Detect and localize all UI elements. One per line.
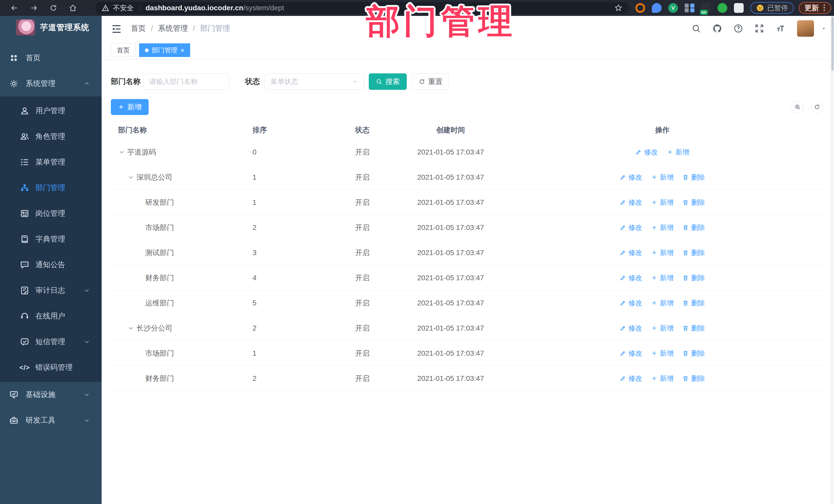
list-on-extension-icon[interactable]: on xyxy=(701,3,711,13)
user-avatar[interactable] xyxy=(797,20,814,37)
delete-link[interactable]: 删除 xyxy=(682,173,705,182)
reset-button[interactable]: 重置 xyxy=(412,73,448,90)
sidebar-item-dev-tools[interactable]: 研发工具 xyxy=(0,408,102,433)
dept-name-input[interactable] xyxy=(143,73,229,90)
help-icon[interactable] xyxy=(733,24,743,34)
home-icon[interactable] xyxy=(66,2,80,14)
sidebar-fold-icon[interactable] xyxy=(111,23,122,34)
edit-link[interactable]: 修改 xyxy=(620,223,642,232)
sidebar-item-org-tree[interactable]: 部门管理 xyxy=(0,175,102,201)
add-link[interactable]: 新增 xyxy=(651,223,674,232)
sidebar-item-code[interactable]: </>错误码管理 xyxy=(0,355,102,380)
avatar-caret-down-icon[interactable] xyxy=(821,25,827,31)
breadcrumb-item[interactable]: 首页 xyxy=(131,23,146,34)
github-icon[interactable] xyxy=(712,24,722,34)
page-scrollbar[interactable] xyxy=(831,16,834,504)
sidebar-item-user[interactable]: 用户管理 xyxy=(0,98,102,124)
sidebar-item-infrastructure[interactable]: 基础设施 xyxy=(0,382,102,408)
edit-link-label: 修改 xyxy=(629,198,642,207)
expand-caret-icon[interactable] xyxy=(127,325,134,332)
trash-icon xyxy=(682,275,689,281)
profile-paused-chip[interactable]: 已暂停 xyxy=(750,2,794,14)
edit-link[interactable]: 修改 xyxy=(620,349,642,358)
delete-link[interactable]: 删除 xyxy=(682,273,705,283)
edit-link[interactable]: 修改 xyxy=(620,173,642,182)
back-icon[interactable] xyxy=(7,2,22,14)
bookmark-star-icon[interactable] xyxy=(614,4,622,12)
status-cell: 开启 xyxy=(348,323,407,333)
expand-caret-icon[interactable] xyxy=(118,149,125,156)
add-link[interactable]: 新增 xyxy=(651,248,674,257)
delete-link[interactable]: 删除 xyxy=(682,223,705,232)
edit-link[interactable]: 修改 xyxy=(620,273,642,283)
fullscreen-icon[interactable] xyxy=(754,24,764,34)
sort-cell: 2 xyxy=(245,324,348,332)
green-magnifier-extension-icon[interactable] xyxy=(718,3,727,13)
delete-link[interactable]: 删除 xyxy=(682,349,705,358)
add-link[interactable]: 新增 xyxy=(651,173,674,182)
green-v-extension-icon[interactable]: V xyxy=(668,3,678,13)
address-bar[interactable]: 不安全 dashboard.yudao.iocoder.cn/system/de… xyxy=(95,2,629,14)
puzzle-extension-icon[interactable] xyxy=(734,3,744,13)
location-extension-icon[interactable] xyxy=(652,3,662,13)
sidebar-item-menu-list[interactable]: 菜单管理 xyxy=(0,149,102,175)
actions-cell: 修改新增删除 xyxy=(603,324,721,333)
sidebar-item-users[interactable]: 角色管理 xyxy=(0,124,102,149)
delete-link[interactable]: 删除 xyxy=(682,299,705,308)
orange-ring-extension-icon[interactable] xyxy=(635,3,645,13)
tab-close-icon[interactable]: × xyxy=(180,47,184,53)
edit-link[interactable]: 修改 xyxy=(620,299,642,308)
delete-link[interactable]: 删除 xyxy=(682,374,705,383)
search-icon xyxy=(376,78,382,85)
edit-link[interactable]: 修改 xyxy=(620,248,642,257)
add-button[interactable]: 新增 xyxy=(111,99,149,115)
add-link[interactable]: 新增 xyxy=(651,273,674,283)
sidebar-item-badge[interactable]: 岗位管理 xyxy=(0,201,102,226)
sidebar-item-book[interactable]: 字典管理 xyxy=(0,226,102,252)
refresh-button[interactable] xyxy=(811,101,823,113)
edit-link-label: 修改 xyxy=(629,248,642,257)
grid-extension-icon[interactable] xyxy=(685,3,695,13)
forward-icon[interactable] xyxy=(27,2,41,14)
add-link[interactable]: 新增 xyxy=(651,374,674,383)
sidebar-item-log[interactable]: 审计日志 xyxy=(0,278,102,303)
menu-kebab-icon[interactable] xyxy=(823,4,826,12)
user-icon xyxy=(20,106,30,116)
search-icon[interactable] xyxy=(691,24,701,34)
tab-部门管理[interactable]: 部门管理× xyxy=(139,43,190,57)
edit-link[interactable]: 修改 xyxy=(620,374,642,383)
extensions-strip: Von xyxy=(635,3,750,13)
reload-icon[interactable] xyxy=(46,2,61,14)
expand-caret-icon[interactable] xyxy=(127,174,134,181)
chrome-update-button[interactable]: 更新 xyxy=(799,2,831,14)
sidebar-item-online-users[interactable]: 在线用户 xyxy=(0,303,102,329)
search-button[interactable]: 搜索 xyxy=(369,73,407,90)
search-toggle-button[interactable] xyxy=(791,101,804,113)
delete-link[interactable]: 删除 xyxy=(682,324,705,333)
status-select[interactable]: 菜单状态 xyxy=(265,73,364,90)
delete-link-label: 删除 xyxy=(691,248,705,257)
sidebar-logo-row[interactable]: 芋道管理系统 xyxy=(0,16,102,39)
delete-link[interactable]: 删除 xyxy=(682,198,705,207)
delete-link[interactable]: 删除 xyxy=(682,248,705,257)
breadcrumb-item[interactable]: 系统管理 xyxy=(158,23,188,34)
sidebar-item-sms[interactable]: 短信管理 xyxy=(0,329,102,355)
sidebar-item-dashboard[interactable]: 首页 xyxy=(0,45,102,71)
add-link[interactable]: 新增 xyxy=(651,299,674,308)
sidebar-item-announcement[interactable]: 通知公告 xyxy=(0,252,102,278)
font-size-icon[interactable] xyxy=(775,24,785,34)
sidebar-item-gear[interactable]: 系统管理 xyxy=(0,71,102,96)
edit-link[interactable]: 修改 xyxy=(635,148,658,157)
add-link[interactable]: 新增 xyxy=(651,198,674,207)
add-link[interactable]: 新增 xyxy=(651,324,674,333)
add-link-label: 新增 xyxy=(660,248,674,257)
scrollbar-thumb[interactable] xyxy=(831,17,834,71)
add-link[interactable]: 新增 xyxy=(667,148,689,157)
tab-首页[interactable]: 首页 xyxy=(111,43,135,57)
edit-link[interactable]: 修改 xyxy=(620,324,642,333)
edit-link[interactable]: 修改 xyxy=(620,198,642,207)
add-link[interactable]: 新增 xyxy=(651,349,674,358)
security-label[interactable]: 不安全 xyxy=(113,3,134,13)
delete-link-label: 删除 xyxy=(691,198,705,207)
url-text[interactable]: dashboard.yudao.iocoder.cn/system/dept xyxy=(146,4,284,12)
